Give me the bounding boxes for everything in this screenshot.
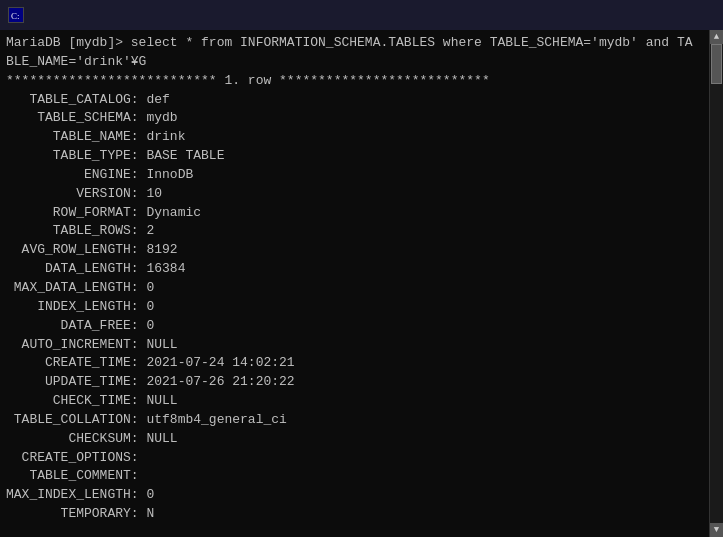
terminal-icon: C: <box>8 7 24 23</box>
row-16: CHECK_TIME: NULL <box>6 393 178 408</box>
maximize-button[interactable] <box>657 4 685 26</box>
window-body: MariaDB [mydb]> select * from INFORMATIO… <box>0 30 723 537</box>
close-button[interactable] <box>687 4 715 26</box>
scroll-up-button[interactable]: ▲ <box>710 30 723 44</box>
row-12: DATA_FREE: 0 <box>6 318 154 333</box>
row-20: TABLE_COMMENT: <box>6 468 146 483</box>
svg-text:C:: C: <box>11 11 20 21</box>
titlebar: C: <box>0 0 723 30</box>
row-9: DATA_LENGTH: 16384 <box>6 261 185 276</box>
row-0: TABLE_CATALOG: def <box>6 92 170 107</box>
row-1: TABLE_SCHEMA: mydb <box>6 110 178 125</box>
row-18: CHECKSUM: NULL <box>6 431 178 446</box>
scrollbar-thumb[interactable] <box>711 44 722 84</box>
scrollbar[interactable]: ▲ ▼ <box>709 30 723 537</box>
minimize-button[interactable] <box>627 4 655 26</box>
row-4: ENGINE: InnoDB <box>6 167 193 182</box>
row-13: AUTO_INCREMENT: NULL <box>6 337 178 352</box>
row-8: AVG_ROW_LENGTH: 8192 <box>6 242 178 257</box>
row-14: CREATE_TIME: 2021-07-24 14:02:21 <box>6 355 295 370</box>
row-7: TABLE_ROWS: 2 <box>6 223 154 238</box>
titlebar-left: C: <box>8 7 30 23</box>
row-10: MAX_DATA_LENGTH: 0 <box>6 280 154 295</box>
command-line-cont: BLE_NAME='drink'¥G <box>6 54 146 69</box>
scroll-down-button[interactable]: ▼ <box>710 523 723 537</box>
row-2: TABLE_NAME: drink <box>6 129 185 144</box>
scrollbar-track[interactable] <box>710 44 723 523</box>
row-11: INDEX_LENGTH: 0 <box>6 299 154 314</box>
row-19: CREATE_OPTIONS: <box>6 450 146 465</box>
command-line: MariaDB [mydb]> select * from INFORMATIO… <box>6 35 693 50</box>
terminal-output[interactable]: MariaDB [mydb]> select * from INFORMATIO… <box>0 30 709 537</box>
row-22: TEMPORARY: N <box>6 506 154 521</box>
window-controls <box>627 4 715 26</box>
row-3: TABLE_TYPE: BASE TABLE <box>6 148 224 163</box>
row-15: UPDATE_TIME: 2021-07-26 21:20:22 <box>6 374 295 389</box>
row-5: VERSION: 10 <box>6 186 162 201</box>
row-6: ROW_FORMAT: Dynamic <box>6 205 201 220</box>
row-21: MAX_INDEX_LENGTH: 0 <box>6 487 154 502</box>
separator: *************************** 1. row *****… <box>6 73 490 88</box>
row-17: TABLE_COLLATION: utf8mb4_general_ci <box>6 412 287 427</box>
